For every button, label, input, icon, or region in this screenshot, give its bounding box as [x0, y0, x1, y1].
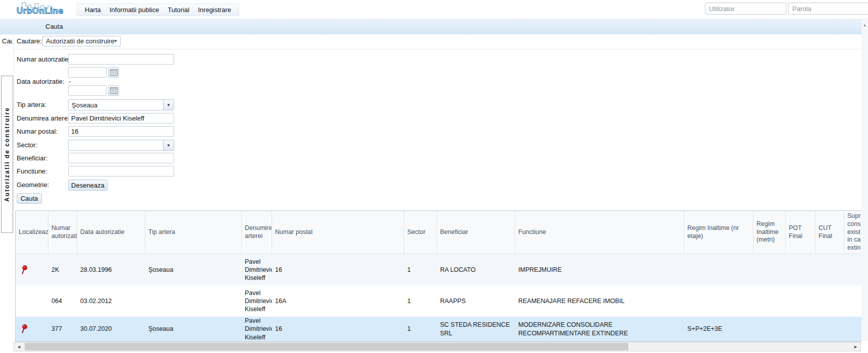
- col-localizeaza[interactable]: Localizeaza: [16, 211, 48, 254]
- cell-supr-cons: [844, 254, 861, 285]
- deseneaza-button[interactable]: Deseneaza: [68, 180, 107, 191]
- denumirea-arterei-input[interactable]: [68, 113, 174, 124]
- utilizator-input[interactable]: [705, 3, 786, 15]
- cell-cut-final: [816, 254, 844, 285]
- sector-select[interactable]: ▼: [68, 140, 174, 151]
- tip-artera-select[interactable]: Şoseaua ▼: [68, 99, 174, 110]
- cell-pot-final: [786, 317, 816, 341]
- cell-numar-autorizatie: 2K: [48, 254, 77, 285]
- col-cut-final[interactable]: CUT Final: [816, 211, 844, 254]
- cell-denumire-arterei: Pavel Dimitrievici Kiseleff: [242, 285, 272, 317]
- cell-regim-nr-etaje: S+P+2E+3E: [684, 317, 753, 341]
- col-numar-autorizatie[interactable]: Numar autorizatie: [48, 211, 77, 254]
- cell-data-autorizatie: 03.02.2012: [77, 285, 145, 317]
- cell-regim-nr-etaje: [684, 254, 753, 285]
- menu-item-inregistrare[interactable]: Inregistrare: [198, 6, 231, 14]
- menu-item-tutorial[interactable]: Tutorial: [168, 6, 189, 14]
- cell-functiune: REAMENAJARE REFACERE IMOBIL: [515, 285, 684, 317]
- cell-localizeaza: [16, 254, 48, 285]
- functiune-input[interactable]: [68, 166, 174, 177]
- scroll-right-icon[interactable]: ▸: [851, 342, 860, 351]
- urbonline-app: UrbOnLine Harta Informatii publice Tutor…: [0, 0, 868, 353]
- sector-label: Sector:: [17, 140, 37, 150]
- cell-data-autorizatie: 28.03.1996: [77, 254, 145, 285]
- map-pin-icon[interactable]: [21, 265, 28, 275]
- table-row[interactable]: 064 03.02.2012 Pavel Dimitrievici Kisele…: [16, 285, 861, 317]
- main-menu: Harta Informatii publice Tutorial Inregi…: [77, 4, 239, 16]
- cauta-button[interactable]: Cauta: [17, 193, 42, 204]
- menu-item-informatii-publice[interactable]: Informatii publice: [110, 6, 159, 14]
- results-table: Localizeaza Numar autorizatie Data autor…: [15, 210, 862, 342]
- cell-cut-final: [816, 317, 844, 341]
- cell-pot-final: [786, 254, 816, 285]
- cautare-label: Cautare:: [17, 36, 42, 46]
- cell-regim-metri: [753, 285, 786, 317]
- collapsed-panel-label: Cauta: [2, 36, 13, 46]
- numar-autorizatie-input[interactable]: [68, 54, 174, 65]
- table-row-selected[interactable]: 377 30.07.2020 Şoseaua Pavel Dimitrievic…: [16, 317, 861, 341]
- form-separator: [14, 49, 862, 49]
- numar-postal-input[interactable]: [68, 126, 174, 137]
- cell-denumire-arterei: Pavel Dimitrievici Kiseleff: [242, 317, 272, 341]
- col-data-autorizatie[interactable]: Data autorizatie: [77, 211, 145, 254]
- data-autorizatie-from-input[interactable]: [68, 67, 106, 78]
- cell-localizeaza: [16, 285, 48, 317]
- col-functiune[interactable]: Functiune: [515, 211, 684, 254]
- calendar-icon: [110, 69, 118, 76]
- col-pot-final[interactable]: POT Final: [786, 211, 816, 254]
- scrollbar-thumb[interactable]: [25, 343, 628, 350]
- col-regim-nr-etaje[interactable]: Regim Inaltime (nr etaje): [684, 211, 753, 254]
- cell-beneficiar: RA LOCATO: [437, 254, 515, 285]
- scroll-up-icon[interactable]: ▲: [861, 21, 868, 28]
- map-pin-icon[interactable]: [21, 324, 28, 334]
- col-sector[interactable]: Sector: [404, 211, 437, 254]
- col-supr-cons[interactable]: Supr cons exist in ca extin: [844, 211, 861, 254]
- horizontal-scrollbar[interactable]: ◂ ▸: [14, 342, 861, 351]
- chevron-down-icon[interactable]: ▼: [163, 100, 174, 110]
- top-bar: UrbOnLine Harta Informatii publice Tutor…: [0, 0, 868, 19]
- beneficiar-label: Beneficiar:: [17, 153, 47, 163]
- col-tip-artera[interactable]: Tip artera: [145, 211, 242, 254]
- calendar-icon: [110, 87, 118, 94]
- cell-data-autorizatie: 30.07.2020: [77, 317, 145, 341]
- col-denumire-arterei[interactable]: Denumire arterei: [242, 211, 272, 254]
- numar-postal-label: Numar postal:: [17, 126, 58, 137]
- cell-functiune: IMPREJMUIRE: [515, 254, 684, 285]
- cautare-dropdown-value: Autorizatii de construire: [46, 36, 115, 46]
- chevron-down-icon[interactable]: ▼: [163, 140, 174, 150]
- cell-tip-artera: Şoseaua: [145, 317, 242, 341]
- cell-regim-metri: [753, 317, 786, 341]
- cell-sector: 1: [404, 254, 437, 285]
- app-logo[interactable]: UrbOnLine: [15, 1, 66, 19]
- functiune-label: Functiune:: [17, 166, 47, 177]
- cell-sector: 1: [404, 317, 437, 341]
- data-autorizatie-to-input[interactable]: [68, 85, 106, 96]
- cell-supr-cons: [844, 285, 861, 317]
- cell-cut-final: [816, 285, 844, 317]
- cell-tip-artera: [145, 285, 242, 317]
- side-tab-autorizatii-de-construire[interactable]: Autorizatii de construire: [1, 76, 13, 233]
- cell-denumire-arterei: Pavel Dimitrievici Kiseleff: [242, 254, 272, 285]
- menu-item-harta[interactable]: Harta: [85, 6, 101, 14]
- parola-input[interactable]: [788, 3, 868, 15]
- scroll-left-icon[interactable]: ◂: [14, 342, 24, 351]
- numar-autorizatie-label: Numar autorizatie:: [17, 54, 70, 65]
- cautare-dropdown[interactable]: Autorizatii de construire ▼: [42, 36, 121, 46]
- col-beneficiar[interactable]: Beneficiar: [437, 211, 515, 254]
- calendar-from-button[interactable]: [108, 67, 119, 78]
- cell-beneficiar: SC STEDA RESIDENCE SRL: [437, 317, 515, 341]
- cell-pot-final: [786, 285, 816, 317]
- cell-localizeaza: [16, 317, 48, 341]
- cell-numar-postal: 16: [272, 317, 404, 341]
- table-header-row: Localizeaza Numar autorizatie Data autor…: [16, 211, 861, 254]
- cell-numar-postal: 16: [272, 254, 404, 285]
- beneficiar-input[interactable]: [68, 153, 174, 163]
- tab-cauta[interactable]: Cauta: [0, 19, 862, 34]
- col-numar-postal[interactable]: Numar postal: [272, 211, 404, 254]
- table-row[interactable]: 2K 28.03.1996 Şoseaua Pavel Dimitrievici…: [16, 254, 861, 285]
- calendar-to-button[interactable]: [108, 85, 119, 96]
- cell-numar-postal: 16A: [272, 285, 404, 317]
- vertical-scrollbar[interactable]: ▲: [861, 19, 868, 341]
- col-regim-metri[interactable]: Regim Inaltime (metri): [753, 211, 786, 254]
- cell-numar-autorizatie: 377: [48, 317, 77, 341]
